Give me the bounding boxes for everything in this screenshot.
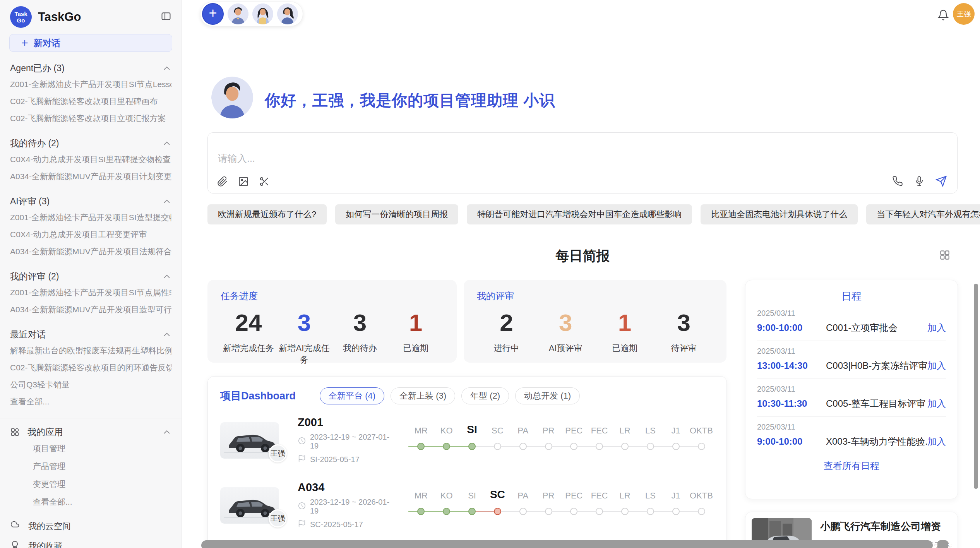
stat-label: AI预评审 — [536, 342, 595, 354]
project-milestone-flag: SC-2025-05-17 — [310, 520, 363, 529]
suggestion-chip[interactable]: 如何写一份清晰的项目周报 — [335, 204, 458, 224]
send-icon[interactable] — [935, 175, 947, 187]
event-join-link[interactable]: 加入 — [927, 360, 946, 372]
chevron-up-icon — [162, 197, 171, 206]
horizontal-scrollbar[interactable] — [201, 540, 933, 548]
sidebar-apps-header[interactable]: 我的应用 — [10, 426, 171, 438]
milestone-node[interactable] — [637, 443, 663, 450]
milestone-node[interactable] — [663, 443, 689, 450]
milestone-label: LS — [637, 426, 663, 436]
milestone-label: SI — [459, 423, 485, 436]
agent-avatar-man[interactable] — [228, 3, 248, 24]
vertical-scrollbar[interactable] — [974, 284, 978, 489]
view-all-schedule-link[interactable]: 查看所有日程 — [757, 460, 946, 472]
sidebar-section-header[interactable]: 我的评审 (2) — [10, 271, 171, 283]
task-progress-card: 任务进度24新增完成任务3新增AI完成任务3我的待办1已逾期 — [207, 280, 457, 363]
sidebar-item[interactable]: C02-飞腾新能源轻客改款项目立项汇报方案 — [10, 110, 171, 127]
milestone-node[interactable] — [459, 443, 485, 450]
sidebar-section-header[interactable]: 最近对话 — [10, 329, 171, 341]
app-item[interactable]: 产品管理 — [33, 457, 171, 475]
suggestion-chip[interactable]: 欧洲新规最近颁布了什么? — [207, 204, 327, 224]
sidebar-section-header[interactable]: AI评审 (3) — [10, 195, 171, 207]
notification-bell-icon[interactable] — [937, 9, 949, 22]
sidebar-entry-cloud[interactable]: 我的云空间 — [10, 516, 171, 536]
stat: 24新增完成任务 — [221, 308, 276, 366]
milestone-node[interactable] — [459, 508, 485, 515]
new-chat-button[interactable]: 新对话 — [9, 34, 172, 52]
milestone-node[interactable] — [663, 508, 689, 515]
suggestion-chip[interactable]: 当下年轻人对汽车外观有怎样的喜好趋势 — [866, 204, 980, 224]
project-info[interactable]: A0342023-12-19 ~ 2026-01-19SC-2025-05-17 — [298, 481, 394, 530]
project-dates: 2023-12-19 ~ 2027-01-19 — [310, 433, 394, 450]
sidebar-item[interactable]: Z001-全新燃油皮卡产品开发项目SI节点Lesson Learn报告 — [10, 76, 171, 93]
sidebar-item[interactable]: A034-全新新能源MUV产品开发项目计划变更表编写 — [10, 168, 171, 185]
milestone-node[interactable] — [408, 508, 434, 515]
milestone-node[interactable] — [612, 443, 638, 450]
event-join-link[interactable]: 加入 — [927, 397, 946, 410]
sidebar-item[interactable]: Z001-全新燃油轻卡产品开发项目SI节点属性5D文件评审 — [10, 284, 171, 301]
sidebar-entry-star[interactable]: 我的收藏 — [10, 536, 171, 548]
app-item[interactable]: 变更管理 — [33, 475, 171, 493]
milestone-node[interactable] — [434, 508, 459, 515]
app-item[interactable]: 项目管理 — [33, 440, 171, 457]
sidebar-item[interactable]: 解释最新出台的欧盟报废车法规再生塑料比例被调至15%... — [10, 342, 171, 359]
sidebar-item[interactable]: C0X4-动力总成开发项目SI里程碑提交物检查 — [10, 151, 171, 168]
milestone-label: SC — [485, 488, 510, 501]
milestone-node[interactable] — [587, 508, 612, 515]
milestone-node[interactable] — [536, 443, 561, 450]
sidebar-item[interactable]: A034-全新新能源MUV产品开发项目法规符合性评审 — [10, 243, 171, 260]
event-join-link[interactable]: 加入 — [927, 322, 946, 334]
milestone-node[interactable] — [485, 508, 510, 515]
milestone-node[interactable] — [434, 443, 459, 450]
sidebar-item[interactable]: A034-全新新能源MUV产品开发项目造型可行性评审 — [10, 301, 171, 318]
milestone-node[interactable] — [612, 508, 638, 515]
suggestion-chip[interactable]: 特朗普可能对进口汽车增税会对中国车企造成哪些影响 — [467, 204, 692, 224]
dashboard-filter-chip[interactable]: 全新上装 (3) — [391, 387, 455, 404]
apps-view-all[interactable]: 查看全部... — [33, 493, 171, 511]
milestone-node[interactable] — [637, 508, 663, 515]
project-car-image: 王强 — [220, 422, 279, 459]
sidebar-item[interactable]: Z001-全新燃油轻卡产品开发项目SI造型提交物评审 — [10, 209, 171, 226]
stat-label: 进行中 — [477, 342, 536, 354]
milestone-node[interactable] — [408, 443, 434, 450]
stat-label: 我的待办 — [332, 342, 388, 354]
sidebar-item[interactable]: C02-飞腾新能源轻客改款项目里程碑画布 — [10, 93, 171, 110]
milestone-node[interactable] — [689, 443, 714, 450]
chat-input[interactable] — [218, 153, 682, 164]
milestone-label: KO — [434, 426, 459, 436]
dashboard-filter-chip[interactable]: 动总开发 (1) — [515, 387, 580, 404]
milestone-node[interactable] — [561, 508, 587, 515]
milestone-node[interactable] — [485, 443, 510, 450]
suggestion-chip[interactable]: 比亚迪全固态电池计划具体说了什么 — [701, 204, 858, 224]
microphone-icon[interactable] — [914, 176, 925, 187]
horizontal-scrollbar-end[interactable] — [937, 540, 948, 548]
attachment-icon[interactable] — [217, 176, 228, 187]
dashboard-filter-chip[interactable]: 全新平台 (4) — [320, 387, 384, 404]
dashboard-filter-chip[interactable]: 年型 (2) — [461, 387, 509, 404]
milestone-label: PR — [536, 426, 561, 436]
milestone-node[interactable] — [587, 443, 612, 450]
scissors-icon[interactable] — [259, 176, 270, 187]
agent-avatar-woman-2[interactable] — [277, 3, 298, 24]
event-join-link[interactable]: 加入 — [927, 435, 946, 448]
milestone-node[interactable] — [561, 443, 587, 450]
milestone-node[interactable] — [510, 443, 536, 450]
sidebar-view-all[interactable]: 查看全部... — [10, 393, 171, 410]
user-avatar[interactable]: 王强 — [953, 3, 975, 25]
phone-icon[interactable] — [892, 176, 903, 187]
sidebar-section-header[interactable]: 我的待办 (2) — [10, 137, 171, 149]
insert-image-icon[interactable] — [238, 176, 249, 187]
sidebar-item[interactable]: 公司Q3轻卡销量 — [10, 376, 171, 393]
layout-grid-icon[interactable] — [939, 249, 951, 262]
sidebar-section-header[interactable]: Agent已办 (3) — [10, 62, 171, 74]
composer-left-icons — [217, 176, 270, 187]
add-agent-button[interactable]: + — [202, 3, 224, 25]
sidebar-item[interactable]: C0X4-动力总成开发项目工程变更评审 — [10, 226, 171, 243]
agent-avatar-woman-1[interactable] — [252, 3, 273, 24]
milestone-node[interactable] — [510, 508, 536, 515]
sidebar-item[interactable]: C02-飞腾新能源轻客改款项目的闭环通告反馈情况 — [10, 359, 171, 376]
project-info[interactable]: Z0012023-12-19 ~ 2027-01-19SI-2025-05-17 — [298, 416, 394, 465]
milestone-node[interactable] — [536, 508, 561, 515]
sidebar-collapse-icon[interactable] — [161, 11, 171, 23]
milestone-node[interactable] — [689, 508, 714, 515]
